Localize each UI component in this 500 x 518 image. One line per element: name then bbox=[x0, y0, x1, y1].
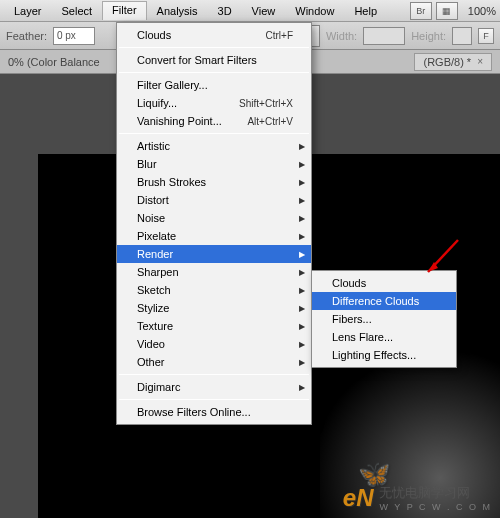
menu-analysis[interactable]: Analysis bbox=[147, 2, 208, 20]
submenu-clouds[interactable]: Clouds bbox=[312, 274, 456, 292]
render-submenu: Clouds Difference Clouds Fibers... Lens … bbox=[311, 270, 457, 368]
filter-menu-dropdown: Clouds Ctrl+F Convert for Smart Filters … bbox=[116, 22, 312, 425]
liquify-label: Liquify... bbox=[137, 97, 239, 109]
close-icon[interactable]: × bbox=[477, 56, 483, 67]
menu-last-filter[interactable]: Clouds Ctrl+F bbox=[117, 26, 311, 44]
feather-input[interactable]: 0 px bbox=[53, 27, 95, 45]
last-filter-shortcut: Ctrl+F bbox=[266, 30, 294, 41]
menu-separator bbox=[119, 399, 309, 400]
group-label: Other bbox=[137, 356, 293, 368]
watermark: eN 无忧电脑学习网 W Y P C W . C O M bbox=[343, 484, 492, 512]
menu-blur[interactable]: Blur bbox=[117, 155, 311, 173]
group-label: Texture bbox=[137, 320, 293, 332]
vanishing-shortcut: Alt+Ctrl+V bbox=[247, 116, 293, 127]
vanishing-label: Vanishing Point... bbox=[137, 115, 247, 127]
menu-bar: Layer Select Filter Analysis 3D View Win… bbox=[0, 0, 500, 22]
menu-3d[interactable]: 3D bbox=[208, 2, 242, 20]
menu-digimarc[interactable]: Digimarc bbox=[117, 378, 311, 396]
group-label: Blur bbox=[137, 158, 293, 170]
watermark-logo: eN bbox=[343, 484, 374, 512]
group-label: Sketch bbox=[137, 284, 293, 296]
tab-label: (RGB/8) * bbox=[423, 56, 471, 68]
menu-pixelate[interactable]: Pixelate bbox=[117, 227, 311, 245]
group-label: Video bbox=[137, 338, 293, 350]
document-tab[interactable]: (RGB/8) * × bbox=[414, 53, 492, 71]
menu-sketch[interactable]: Sketch bbox=[117, 281, 311, 299]
menu-separator bbox=[119, 133, 309, 134]
menu-noise[interactable]: Noise bbox=[117, 209, 311, 227]
menu-filter[interactable]: Filter bbox=[102, 1, 146, 20]
group-label: Stylize bbox=[137, 302, 293, 314]
menu-vanishing-point[interactable]: Vanishing Point... Alt+Ctrl+V bbox=[117, 112, 311, 130]
menu-texture[interactable]: Texture bbox=[117, 317, 311, 335]
digimarc-label: Digimarc bbox=[137, 381, 293, 393]
sub-label: Fibers... bbox=[332, 313, 438, 325]
group-label: Brush Strokes bbox=[137, 176, 293, 188]
submenu-lighting-effects[interactable]: Lighting Effects... bbox=[312, 346, 456, 364]
menu-browse-filters[interactable]: Browse Filters Online... bbox=[117, 403, 311, 421]
menu-separator bbox=[119, 374, 309, 375]
menu-separator bbox=[119, 72, 309, 73]
group-label: Sharpen bbox=[137, 266, 293, 278]
watermark-url: W Y P C W . C O M bbox=[379, 502, 492, 512]
arrange-icon[interactable]: ▦ bbox=[436, 2, 458, 20]
group-label: Render bbox=[137, 248, 293, 260]
menu-distort[interactable]: Distort bbox=[117, 191, 311, 209]
menu-select[interactable]: Select bbox=[52, 2, 103, 20]
zoom-level[interactable]: 100% bbox=[468, 5, 496, 17]
watermark-text: 无忧电脑学习网 bbox=[379, 484, 492, 502]
menu-view[interactable]: View bbox=[242, 2, 286, 20]
status-text: 0% (Color Balance bbox=[8, 56, 100, 68]
submenu-lens-flare[interactable]: Lens Flare... bbox=[312, 328, 456, 346]
width-label: Width: bbox=[326, 30, 357, 42]
height-label: Height: bbox=[411, 30, 446, 42]
submenu-difference-clouds[interactable]: Difference Clouds bbox=[312, 292, 456, 310]
sub-label: Lighting Effects... bbox=[332, 349, 438, 361]
menu-window[interactable]: Window bbox=[285, 2, 344, 20]
f-button[interactable]: F bbox=[478, 28, 494, 44]
menu-artistic[interactable]: Artistic bbox=[117, 137, 311, 155]
sub-label: Clouds bbox=[332, 277, 438, 289]
menu-sharpen[interactable]: Sharpen bbox=[117, 263, 311, 281]
submenu-fibers[interactable]: Fibers... bbox=[312, 310, 456, 328]
group-label: Pixelate bbox=[137, 230, 293, 242]
menu-separator bbox=[119, 47, 309, 48]
sub-label: Difference Clouds bbox=[332, 295, 438, 307]
width-input bbox=[363, 27, 405, 45]
menu-help[interactable]: Help bbox=[344, 2, 387, 20]
last-filter-label: Clouds bbox=[137, 29, 266, 41]
height-input bbox=[452, 27, 472, 45]
feather-label: Feather: bbox=[6, 30, 47, 42]
group-label: Noise bbox=[137, 212, 293, 224]
menu-layer[interactable]: Layer bbox=[4, 2, 52, 20]
menu-stylize[interactable]: Stylize bbox=[117, 299, 311, 317]
sub-label: Lens Flare... bbox=[332, 331, 438, 343]
menu-brush-strokes[interactable]: Brush Strokes bbox=[117, 173, 311, 191]
gallery-label: Filter Gallery... bbox=[137, 79, 293, 91]
menu-other[interactable]: Other bbox=[117, 353, 311, 371]
group-label: Distort bbox=[137, 194, 293, 206]
convert-label: Convert for Smart Filters bbox=[137, 54, 293, 66]
menu-render[interactable]: Render bbox=[117, 245, 311, 263]
bridge-icon[interactable]: Br bbox=[410, 2, 432, 20]
menu-convert-smart[interactable]: Convert for Smart Filters bbox=[117, 51, 311, 69]
menu-video[interactable]: Video bbox=[117, 335, 311, 353]
group-label: Artistic bbox=[137, 140, 293, 152]
browse-label: Browse Filters Online... bbox=[137, 406, 293, 418]
menu-liquify[interactable]: Liquify... Shift+Ctrl+X bbox=[117, 94, 311, 112]
menu-filter-gallery[interactable]: Filter Gallery... bbox=[117, 76, 311, 94]
liquify-shortcut: Shift+Ctrl+X bbox=[239, 98, 293, 109]
